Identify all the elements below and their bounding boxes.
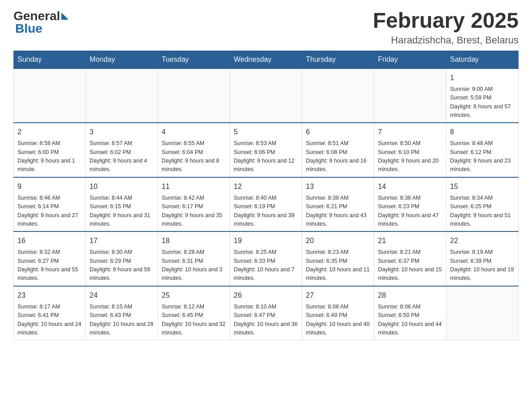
calendar-cell <box>158 68 230 123</box>
calendar-cell: 2Sunrise: 8:58 AM Sunset: 6:00 PM Daylig… <box>14 123 86 177</box>
calendar-cell: 28Sunrise: 8:06 AM Sunset: 6:50 PM Dayli… <box>374 286 446 340</box>
day-info: Sunrise: 9:00 AM Sunset: 5:58 PM Dayligh… <box>450 85 515 120</box>
day-number: 21 <box>378 235 442 246</box>
day-info: Sunrise: 8:40 AM Sunset: 6:19 PM Dayligh… <box>234 194 298 229</box>
day-number: 4 <box>162 127 226 137</box>
weekday-header-wednesday: Wednesday <box>230 51 302 68</box>
calendar-week-row: 2Sunrise: 8:58 AM Sunset: 6:00 PM Daylig… <box>14 123 519 177</box>
calendar-cell: 4Sunrise: 8:55 AM Sunset: 6:04 PM Daylig… <box>158 123 230 177</box>
day-number: 25 <box>162 290 226 301</box>
day-number: 3 <box>90 127 154 137</box>
calendar-cell: 22Sunrise: 8:19 AM Sunset: 6:39 PM Dayli… <box>446 231 519 286</box>
calendar-cell: 17Sunrise: 8:30 AM Sunset: 6:29 PM Dayli… <box>86 231 158 286</box>
day-number: 28 <box>378 290 442 301</box>
page-header: General Blue February 2025 Haradzishcha,… <box>13 9 519 46</box>
day-number: 18 <box>162 235 226 246</box>
day-info: Sunrise: 8:21 AM Sunset: 6:37 PM Dayligh… <box>378 248 442 283</box>
weekday-header-tuesday: Tuesday <box>158 51 230 68</box>
day-info: Sunrise: 8:57 AM Sunset: 6:02 PM Dayligh… <box>90 139 154 174</box>
calendar-cell: 21Sunrise: 8:21 AM Sunset: 6:37 PM Dayli… <box>374 231 446 286</box>
day-number: 8 <box>450 127 515 137</box>
day-number: 10 <box>90 181 154 192</box>
day-info: Sunrise: 8:30 AM Sunset: 6:29 PM Dayligh… <box>90 248 154 283</box>
day-info: Sunrise: 8:32 AM Sunset: 6:27 PM Dayligh… <box>17 248 82 283</box>
calendar-week-row: 16Sunrise: 8:32 AM Sunset: 6:27 PM Dayli… <box>14 231 519 286</box>
calendar-cell: 12Sunrise: 8:40 AM Sunset: 6:19 PM Dayli… <box>230 177 302 232</box>
calendar-cell: 16Sunrise: 8:32 AM Sunset: 6:27 PM Dayli… <box>14 231 86 286</box>
weekday-header-row: SundayMondayTuesdayWednesdayThursdayFrid… <box>14 51 519 68</box>
day-info: Sunrise: 8:10 AM Sunset: 6:47 PM Dayligh… <box>234 303 298 338</box>
calendar-week-row: 1Sunrise: 9:00 AM Sunset: 5:58 PM Daylig… <box>14 68 519 123</box>
weekday-header-monday: Monday <box>86 51 158 68</box>
calendar-cell: 8Sunrise: 8:48 AM Sunset: 6:12 PM Daylig… <box>446 123 519 177</box>
day-number: 23 <box>17 290 82 301</box>
calendar-cell: 3Sunrise: 8:57 AM Sunset: 6:02 PM Daylig… <box>86 123 158 177</box>
day-info: Sunrise: 8:48 AM Sunset: 6:12 PM Dayligh… <box>450 139 515 174</box>
calendar-cell <box>86 68 158 123</box>
day-number: 26 <box>234 290 298 301</box>
calendar-cell: 20Sunrise: 8:23 AM Sunset: 6:35 PM Dayli… <box>302 231 374 286</box>
calendar-cell: 13Sunrise: 8:38 AM Sunset: 6:21 PM Dayli… <box>302 177 374 232</box>
day-number: 17 <box>90 235 154 246</box>
day-number: 24 <box>90 290 154 301</box>
day-number: 13 <box>306 181 370 192</box>
calendar-cell <box>14 68 86 123</box>
day-info: Sunrise: 8:25 AM Sunset: 6:33 PM Dayligh… <box>234 248 298 283</box>
calendar-cell: 27Sunrise: 8:08 AM Sunset: 6:49 PM Dayli… <box>302 286 374 340</box>
day-number: 7 <box>378 127 442 137</box>
calendar-cell: 18Sunrise: 8:28 AM Sunset: 6:31 PM Dayli… <box>158 231 230 286</box>
day-info: Sunrise: 8:12 AM Sunset: 6:45 PM Dayligh… <box>162 303 226 338</box>
calendar-cell: 26Sunrise: 8:10 AM Sunset: 6:47 PM Dayli… <box>230 286 302 340</box>
day-number: 11 <box>162 181 226 192</box>
day-info: Sunrise: 8:44 AM Sunset: 6:15 PM Dayligh… <box>90 194 154 229</box>
calendar-cell: 11Sunrise: 8:42 AM Sunset: 6:17 PM Dayli… <box>158 177 230 232</box>
day-number: 14 <box>378 181 442 192</box>
day-number: 19 <box>234 235 298 246</box>
calendar-cell <box>230 68 302 123</box>
calendar-cell: 19Sunrise: 8:25 AM Sunset: 6:33 PM Dayli… <box>230 231 302 286</box>
day-number: 12 <box>234 181 298 192</box>
calendar-cell: 25Sunrise: 8:12 AM Sunset: 6:45 PM Dayli… <box>158 286 230 340</box>
calendar-cell: 9Sunrise: 8:46 AM Sunset: 6:14 PM Daylig… <box>14 177 86 232</box>
calendar-cell: 7Sunrise: 8:50 AM Sunset: 6:10 PM Daylig… <box>374 123 446 177</box>
day-number: 5 <box>234 127 298 137</box>
day-info: Sunrise: 8:42 AM Sunset: 6:17 PM Dayligh… <box>162 194 226 229</box>
calendar-cell: 24Sunrise: 8:15 AM Sunset: 6:43 PM Dayli… <box>86 286 158 340</box>
calendar-title: February 2025 <box>373 9 519 33</box>
weekday-header-thursday: Thursday <box>302 51 374 68</box>
day-number: 15 <box>450 181 515 192</box>
logo-blue-text: Blue <box>15 21 43 36</box>
day-number: 20 <box>306 235 370 246</box>
calendar-cell: 15Sunrise: 8:34 AM Sunset: 6:25 PM Dayli… <box>446 177 519 232</box>
day-info: Sunrise: 8:15 AM Sunset: 6:43 PM Dayligh… <box>90 303 154 338</box>
day-info: Sunrise: 8:53 AM Sunset: 6:06 PM Dayligh… <box>234 139 298 174</box>
calendar-table: SundayMondayTuesdayWednesdayThursdayFrid… <box>13 51 519 341</box>
logo-triangle-icon <box>61 13 69 20</box>
day-info: Sunrise: 8:28 AM Sunset: 6:31 PM Dayligh… <box>162 248 226 283</box>
calendar-cell: 1Sunrise: 9:00 AM Sunset: 5:58 PM Daylig… <box>446 68 519 123</box>
day-info: Sunrise: 8:58 AM Sunset: 6:00 PM Dayligh… <box>17 139 82 174</box>
day-number: 2 <box>17 127 82 137</box>
calendar-subtitle: Haradzishcha, Brest, Belarus <box>373 34 519 46</box>
day-info: Sunrise: 8:36 AM Sunset: 6:23 PM Dayligh… <box>378 194 442 229</box>
calendar-week-row: 9Sunrise: 8:46 AM Sunset: 6:14 PM Daylig… <box>14 177 519 232</box>
calendar-cell: 14Sunrise: 8:36 AM Sunset: 6:23 PM Dayli… <box>374 177 446 232</box>
day-number: 16 <box>17 235 82 246</box>
day-info: Sunrise: 8:46 AM Sunset: 6:14 PM Dayligh… <box>17 194 82 229</box>
weekday-header-saturday: Saturday <box>446 51 519 68</box>
calendar-title-section: February 2025 Haradzishcha, Brest, Belar… <box>373 9 519 46</box>
day-number: 22 <box>450 235 515 246</box>
day-info: Sunrise: 8:23 AM Sunset: 6:35 PM Dayligh… <box>306 248 370 283</box>
calendar-cell <box>302 68 374 123</box>
calendar-body: 1Sunrise: 9:00 AM Sunset: 5:58 PM Daylig… <box>14 68 519 340</box>
weekday-header-sunday: Sunday <box>14 51 86 68</box>
day-number: 1 <box>450 73 515 83</box>
calendar-cell: 23Sunrise: 8:17 AM Sunset: 6:41 PM Dayli… <box>14 286 86 340</box>
calendar-cell: 6Sunrise: 8:51 AM Sunset: 6:08 PM Daylig… <box>302 123 374 177</box>
calendar-cell: 10Sunrise: 8:44 AM Sunset: 6:15 PM Dayli… <box>86 177 158 232</box>
day-info: Sunrise: 8:06 AM Sunset: 6:50 PM Dayligh… <box>378 303 442 338</box>
day-number: 27 <box>306 290 370 301</box>
calendar-cell <box>446 286 519 340</box>
day-info: Sunrise: 8:34 AM Sunset: 6:25 PM Dayligh… <box>450 194 515 229</box>
calendar-header: SundayMondayTuesdayWednesdayThursdayFrid… <box>14 51 519 68</box>
